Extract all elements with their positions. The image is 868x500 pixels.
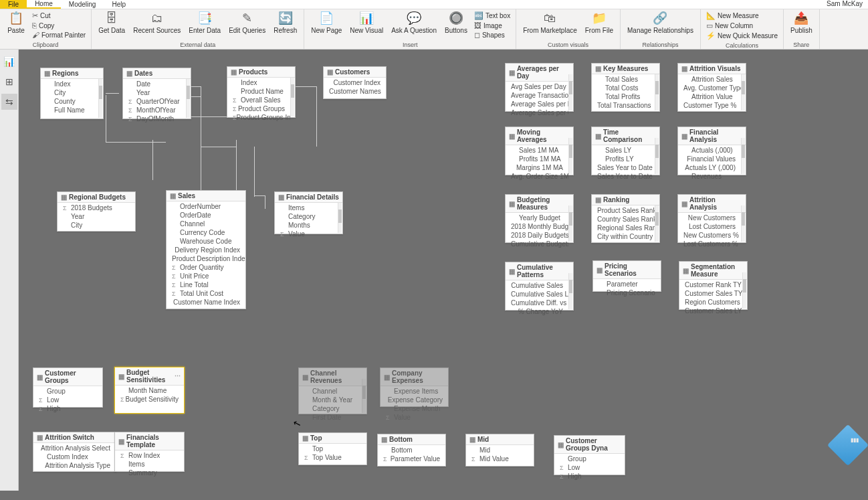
scrollbar[interactable] <box>568 205 572 242</box>
table-financial-details[interactable]: ▦Financial DetailsItemsCategoryMonthsΣVa… <box>274 191 343 234</box>
table-header[interactable]: ▦Moving Averages <box>506 127 573 145</box>
scroll-thumb[interactable] <box>569 145 572 158</box>
field-row[interactable]: ΣValue <box>381 413 448 422</box>
table-header[interactable]: ▦Ranking <box>592 195 659 205</box>
scrollbar[interactable] <box>568 138 572 174</box>
scroll-thumb[interactable] <box>99 86 102 99</box>
field-row[interactable]: ΣLow <box>33 396 102 404</box>
field-row[interactable]: % Change YoY <box>506 307 568 316</box>
field-row[interactable]: Actuals LY (,000) <box>678 163 741 172</box>
field-row[interactable]: ΣQuarterOfYear <box>123 97 186 106</box>
field-row[interactable]: Year <box>123 88 186 97</box>
new-visual-button[interactable]: 📊New Visual <box>346 11 387 35</box>
field-row[interactable]: City <box>58 221 135 230</box>
scroll-thumb[interactable] <box>655 81 659 94</box>
field-row[interactable]: Pricing Scenario <box>593 288 661 297</box>
field-row[interactable]: Total Profits <box>592 92 655 101</box>
table-segmentation-measure[interactable]: ▦Segmentation MeasureCustomer Rank TYCus… <box>679 261 748 310</box>
field-row[interactable]: ΣProduct Groups Ind <box>227 113 290 122</box>
field-row[interactable]: Actuals (,000) <box>678 146 741 155</box>
table-attrition-switch[interactable]: ▦Attrition SwitchAttrition Analysis Sele… <box>33 432 116 472</box>
scrollbar[interactable] <box>741 205 745 242</box>
table-header[interactable]: ▦Financials Template <box>115 432 184 450</box>
scrollbar[interactable] <box>98 79 102 118</box>
field-row[interactable]: 2018 Daily Budgets <box>506 231 568 240</box>
table-mid[interactable]: ▦MidMidΣMid Value <box>465 434 534 467</box>
field-row[interactable]: Top <box>299 444 366 453</box>
table-ranking[interactable]: ▦RankingProduct Sales RankCountry Sales … <box>591 194 660 243</box>
field-row[interactable]: Category <box>299 404 362 413</box>
table-financial-analysis[interactable]: ▦Financial AnalysisActuals (,000)Financi… <box>677 127 746 175</box>
field-row[interactable]: Expense Category <box>381 396 448 404</box>
scrollbar[interactable] <box>741 138 745 174</box>
field-row[interactable]: Month & Year <box>299 396 362 404</box>
manage-relationships-button[interactable]: 🔗Manage Relationships <box>623 11 697 35</box>
field-row[interactable]: Summary <box>115 469 184 477</box>
scroll-thumb[interactable] <box>742 145 745 158</box>
table-header[interactable]: ▦Top <box>299 433 366 444</box>
table-header[interactable]: ▦Customers <box>324 67 386 78</box>
table-header[interactable]: ▦Averages per Day <box>506 64 573 82</box>
new-page-button[interactable]: 📄New Page <box>307 11 346 35</box>
tab-help[interactable]: Help <box>104 0 134 9</box>
scrollbar[interactable] <box>568 273 572 309</box>
new-measure-button[interactable]: 📐New Measure <box>703 11 780 21</box>
table-header[interactable]: ▦Customer Groups Dyna <box>554 436 625 454</box>
table-customer-groups-dyna[interactable]: ▦Customer Groups DynaGroupΣLowΣHigh <box>554 435 625 475</box>
image-button[interactable]: 🖼Image <box>471 21 513 30</box>
field-row[interactable]: OrderDate <box>167 211 245 220</box>
scroll-thumb[interactable] <box>291 84 294 98</box>
field-row[interactable]: New Customers % <box>678 231 741 240</box>
field-row[interactable]: Cumulative Sales LY <box>506 290 568 299</box>
field-row[interactable]: Avg Sales per Day <box>506 82 568 91</box>
table-header[interactable]: ▦Dates <box>123 68 191 79</box>
shapes-button[interactable]: ◻Shapes <box>471 30 513 40</box>
field-row[interactable]: Total Transactions <box>592 101 655 110</box>
scrollbar[interactable] <box>742 272 746 309</box>
table-header[interactable]: ▦Pricing Scenarios <box>593 261 661 279</box>
format-painter-button[interactable]: 🖌Format Painter <box>29 30 88 39</box>
field-row[interactable]: ΣHigh <box>554 472 625 481</box>
field-row[interactable]: Custom Index <box>33 452 116 461</box>
table-regional-budgets[interactable]: ▦Regional BudgetsΣ2018 BudgetsYearCity <box>57 191 136 232</box>
table-header[interactable]: ▦Segmentation Measure <box>679 262 747 280</box>
field-row[interactable]: Items <box>115 460 184 469</box>
scroll-thumb[interactable] <box>569 81 572 94</box>
from-marketplace-button[interactable]: 🛍From Marketplace <box>519 11 581 35</box>
field-row[interactable]: Customer Type % <box>678 101 741 110</box>
field-row[interactable]: Sales Year to Date <box>592 163 655 172</box>
field-row[interactable]: Customer Sales TY <box>679 289 742 298</box>
table-header[interactable]: ▦Regions <box>41 68 103 79</box>
field-row[interactable]: ΣOverall Sales <box>227 96 290 104</box>
field-row[interactable]: Yearly Budget <box>506 214 568 222</box>
table-header[interactable]: ▦Financial Details <box>275 192 342 203</box>
field-row[interactable]: Customer Names <box>324 87 386 96</box>
field-row[interactable]: Delivery Region Index <box>167 246 245 254</box>
scrollbar[interactable] <box>290 78 294 116</box>
scrollbar[interactable] <box>655 74 659 110</box>
field-row[interactable]: Category <box>275 212 338 221</box>
field-row[interactable]: Customer Rank TY <box>679 280 742 289</box>
tab-file[interactable]: File <box>0 0 27 9</box>
field-row[interactable]: Customer Sales LY <box>679 307 742 315</box>
field-row[interactable]: Full Name <box>41 106 98 114</box>
field-row[interactable]: Channel <box>167 220 245 228</box>
model-view-icon[interactable]: ⇆ <box>1 94 17 110</box>
field-row[interactable]: ΣLow <box>554 463 625 472</box>
table-financials-template[interactable]: ▦Financials TemplateΣRow IndexItemsSumma… <box>114 432 185 472</box>
enter-data-button[interactable]: 📑Enter Data <box>185 11 225 35</box>
field-row[interactable]: Group <box>554 454 625 463</box>
scroll-thumb[interactable] <box>743 279 746 293</box>
field-row[interactable]: ΣTop Value <box>299 453 366 462</box>
scrollbar[interactable] <box>655 205 659 242</box>
get-data-button[interactable]: 🗄Get Data <box>94 11 129 35</box>
table-customer-groups[interactable]: ▦Customer GroupsGroupΣLowΣHigh <box>33 367 103 408</box>
table-regions[interactable]: ▦RegionsIndexCityCountyFull Name <box>40 68 104 119</box>
field-row[interactable]: Margins 1M MA <box>506 163 568 172</box>
options-icon[interactable]: ⋯ <box>175 373 181 380</box>
field-row[interactable]: ΣUnit Price <box>167 272 245 280</box>
field-row[interactable]: New Customers <box>678 214 741 222</box>
field-row[interactable]: Sales Year to Date LY <box>592 172 655 181</box>
field-row[interactable]: Attrition Analysis Type <box>33 461 116 470</box>
field-row[interactable]: Attrition Sales <box>678 75 741 84</box>
